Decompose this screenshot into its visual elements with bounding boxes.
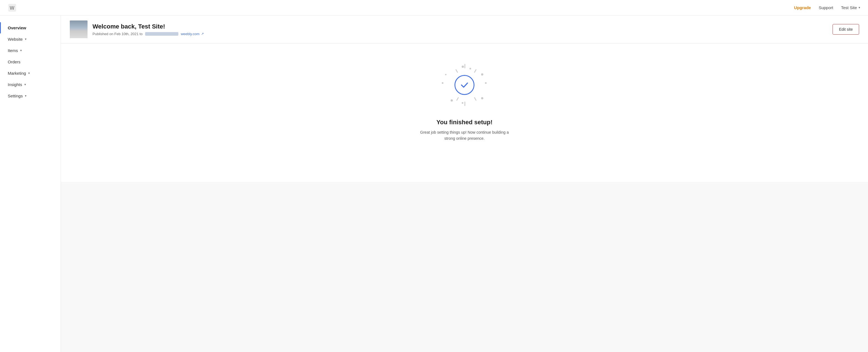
edit-site-button[interactable]: Edit site [833,24,859,35]
sidebar-item-marketing[interactable]: Marketing ▾ [0,68,61,79]
sidebar: Overview Website ▾ Items ▾ Orders Market… [0,15,61,352]
site-header: Welcome back, Test Site! Published on Fe… [61,15,868,43]
dot-4 [485,82,487,84]
dash-1 [455,69,458,73]
setup-complete-title: You finished setup! [436,119,492,126]
sidebar-item-items-label: Items [8,48,18,53]
sidebar-item-overview-label: Overview [8,26,26,30]
support-link[interactable]: Support [819,5,833,10]
site-selector[interactable]: Test Site ▾ [841,5,860,10]
setup-complete-description: Great job setting things up! Now continu… [417,129,512,142]
main-content: Welcome back, Test Site! Published on Fe… [61,15,868,352]
welcome-title: Welcome back, Test Site! [93,23,204,30]
svg-text:W: W [10,5,14,11]
insights-chevron-icon: ▾ [24,83,26,86]
sidebar-item-website[interactable]: Website ▾ [0,34,61,45]
items-chevron-icon: ▾ [20,49,22,52]
dot-7 [451,99,453,102]
url-blur [145,32,178,36]
site-name-label: Test Site [841,5,857,10]
site-thumb-image [70,21,88,38]
sidebar-item-insights[interactable]: Insights ▾ [0,79,61,90]
upgrade-link[interactable]: Upgrade [794,5,811,10]
site-info: Welcome back, Test Site! Published on Fe… [93,23,204,36]
main-layout: Overview Website ▾ Items ▾ Orders Market… [0,15,868,352]
weebly-logo[interactable]: W [8,3,17,12]
sidebar-item-insights-label: Insights [8,82,22,87]
website-chevron-icon: ▾ [25,37,27,41]
top-navigation: W Upgrade Support Test Site ▾ [0,0,868,15]
sidebar-item-marketing-label: Marketing [8,71,26,75]
published-prefix: Published on Feb 10th, 2021 to [93,32,143,36]
sidebar-item-settings-label: Settings [8,94,23,98]
content-area: You finished setup! Great job setting th… [61,43,868,182]
dot-5 [481,97,483,99]
sidebar-item-overview[interactable]: Overview [0,22,61,34]
dash-6 [464,102,465,106]
dot-6 [462,102,463,104]
external-link-icon[interactable]: ↗ [201,32,204,36]
topnav-right: Upgrade Support Test Site ▾ [794,5,860,10]
dash-3 [456,97,459,101]
published-url[interactable]: weebly.com [181,32,200,36]
check-circle [455,75,474,95]
settings-chevron-icon: ▾ [25,94,27,98]
published-info: Published on Feb 10th, 2021 to weebly.co… [93,32,204,36]
topnav-left: W [8,3,17,12]
dot-9 [445,74,446,75]
sidebar-item-items[interactable]: Items ▾ [0,45,61,56]
site-thumbnail [70,21,88,38]
sidebar-item-orders[interactable]: Orders [0,56,61,68]
dot-1 [462,66,464,68]
success-illustration [439,60,489,110]
marketing-chevron-icon: ▾ [28,71,30,75]
dot-3 [481,73,483,75]
sidebar-item-orders-label: Orders [8,60,21,64]
sidebar-item-website-label: Website [8,37,23,41]
dot-2 [469,68,471,69]
dash-2 [474,69,477,73]
site-chevron-icon: ▾ [859,6,860,9]
checkmark-icon [460,80,469,90]
dash-5 [464,64,465,68]
dash-4 [474,97,477,101]
sidebar-item-settings[interactable]: Settings ▾ [0,90,61,102]
dot-8 [442,82,443,84]
site-header-left: Welcome back, Test Site! Published on Fe… [70,21,204,38]
